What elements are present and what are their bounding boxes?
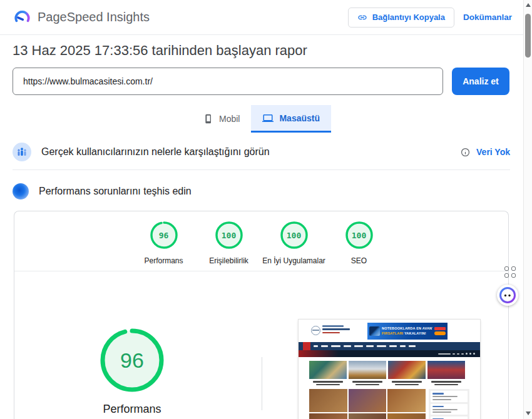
card-divider — [14, 271, 508, 271]
placeholder-text-line — [389, 345, 397, 347]
field-data-title: Gerçek kullanıcılarınızın nelerle karşıl… — [41, 146, 270, 158]
scrollbar-thumb[interactable] — [525, 14, 531, 58]
thumb-article-caption — [388, 379, 426, 385]
real-users-icon — [13, 143, 31, 161]
thumb-article-card — [349, 361, 386, 385]
thumb-nav-home-item — [303, 342, 310, 350]
app-header: PageSpeed Insights Bağlantıyı Kopyala Do… — [0, 0, 523, 35]
analyze-button[interactable]: Analiz et — [452, 68, 509, 95]
placeholder-text-line — [395, 384, 419, 386]
vertical-divider — [262, 357, 262, 410]
site-screenshot-thumbnail: NOTEBOOKLARDA EN AVANTAJLI FIRSATLARI YA… — [299, 320, 480, 419]
score-summary: 96Performans100Erişilebilirlik100En İyi … — [14, 221, 508, 265]
thumb-social-icon — [473, 353, 475, 355]
placeholder-text-line — [316, 384, 340, 386]
diagnostics-section: Performans sorunlarını teşhis edin — [13, 177, 510, 206]
performance-gauge-label: Performans — [69, 403, 195, 416]
placeholder-text-line — [366, 345, 374, 347]
score-ring: 100 — [280, 221, 309, 250]
no-data-link[interactable]: Veri Yok — [476, 147, 510, 157]
thumb-ad-laptop-image — [369, 326, 380, 336]
placeholder-text-line — [344, 345, 351, 347]
score-item-1[interactable]: 96Performans — [131, 221, 197, 265]
globe-icon — [311, 326, 320, 335]
tab-mobile-label: Mobil — [219, 114, 240, 124]
placeholder-text-line — [356, 384, 379, 386]
field-data-status-wrap: Veri Yok — [461, 147, 510, 157]
score-category-label: En İyi Uygulamalar — [262, 256, 325, 265]
thumb-collage-image — [349, 389, 387, 412]
laptop-icon — [262, 113, 274, 124]
score-ring: 100 — [215, 221, 243, 250]
placeholder-text-line — [457, 353, 459, 355]
thumb-sidebar-card — [431, 416, 468, 419]
thumb-article-image — [388, 361, 426, 379]
thumb-ad-cta — [434, 327, 446, 335]
thumb-ad-banner: NOTEBOOKLARDA EN AVANTAJLI FIRSATLARI YA… — [367, 323, 448, 340]
scrollbar-down-arrow[interactable] — [526, 411, 531, 415]
thumb-substrip-text — [438, 353, 464, 355]
score-ring: 96 — [150, 221, 178, 250]
header-actions: Bağlantıyı Kopyala Dokümanlar — [348, 8, 523, 28]
placeholder-text-line — [352, 381, 382, 383]
pagespeed-insights-page: PageSpeed Insights Bağlantıyı Kopyala Do… — [0, 0, 532, 419]
thumb-social-icon — [469, 353, 471, 355]
thumb-collage-image — [387, 413, 426, 419]
thumb-ad-line1: NOTEBOOKLARDA EN AVANTAJLI — [382, 326, 432, 331]
tab-desktop[interactable]: Masaüstü — [251, 105, 331, 133]
info-icon[interactable] — [461, 148, 470, 157]
pagespeed-logo-icon — [14, 9, 31, 26]
copy-link-label: Bağlantıyı Kopyala — [372, 13, 445, 22]
thumb-collage-image — [387, 389, 426, 412]
thumb-article-row — [299, 357, 480, 385]
thumb-sidebar-card — [431, 404, 468, 415]
placeholder-text-line — [409, 345, 416, 347]
thumb-sidebar-card — [431, 391, 468, 402]
thumb-article-card — [309, 361, 347, 385]
diagnose-icon — [13, 183, 29, 199]
placeholder-text-line — [438, 353, 451, 355]
score-value: 100 — [215, 221, 243, 250]
phone-icon — [203, 114, 213, 124]
thumb-main-area — [299, 385, 480, 419]
score-item-4[interactable]: 100SEO — [327, 221, 392, 265]
score-value: 100 — [280, 221, 309, 250]
score-item-2[interactable]: 100Erişilebilirlik — [197, 221, 262, 265]
placeholder-text-line — [314, 345, 318, 347]
thumb-article-caption — [427, 379, 465, 385]
thumb-article-card — [427, 361, 465, 385]
lighthouse-report-card: 96Performans100Erişilebilirlik100En İyi … — [14, 211, 509, 419]
thumb-article-caption — [309, 379, 347, 385]
app-title: PageSpeed Insights — [38, 10, 150, 24]
scrollbar-up-arrow[interactable] — [526, 3, 531, 7]
placeholder-text-line — [313, 381, 343, 383]
thumb-collage-image — [349, 413, 387, 419]
docs-link[interactable]: Dokümanlar — [463, 13, 512, 22]
copy-link-button[interactable]: Bağlantıyı Kopyala — [348, 8, 454, 28]
thumb-ad-text: NOTEBOOKLARDA EN AVANTAJLI FIRSATLARI YA… — [382, 326, 432, 335]
placeholder-text-line — [461, 353, 464, 355]
thumb-sub-strip — [299, 350, 480, 357]
device-tabs: Mobil Masaüstü — [0, 105, 523, 133]
performance-gauge[interactable]: 96 — [100, 328, 165, 393]
tab-desktop-label: Masaüstü — [279, 113, 320, 123]
score-item-3[interactable]: 100En İyi Uygulamalar — [262, 221, 327, 265]
field-data-section: Gerçek kullanıcılarınızın nelerle karşıl… — [13, 138, 510, 166]
thumb-nav-bar — [299, 342, 480, 350]
thumb-sidebar — [429, 389, 469, 419]
score-category-label: Performans — [144, 256, 183, 265]
performance-gauge-value: 96 — [100, 328, 165, 393]
tab-mobile[interactable]: Mobil — [192, 105, 251, 133]
apps-grid-icon[interactable] — [504, 266, 516, 278]
feedback-bot-icon[interactable] — [497, 285, 518, 306]
placeholder-text-line — [434, 384, 458, 386]
score-value: 96 — [150, 221, 178, 250]
thumb-article-card — [388, 361, 426, 385]
page-scrollbar — [523, 0, 532, 419]
section-divider — [13, 169, 510, 170]
placeholder-text-line — [377, 345, 386, 347]
placeholder-text-line — [400, 345, 406, 347]
thumb-nav-menu — [314, 345, 416, 347]
url-input[interactable] — [13, 68, 443, 95]
thumb-ad-line2: FIRSATLARI YAKALAYIN! — [382, 331, 432, 336]
